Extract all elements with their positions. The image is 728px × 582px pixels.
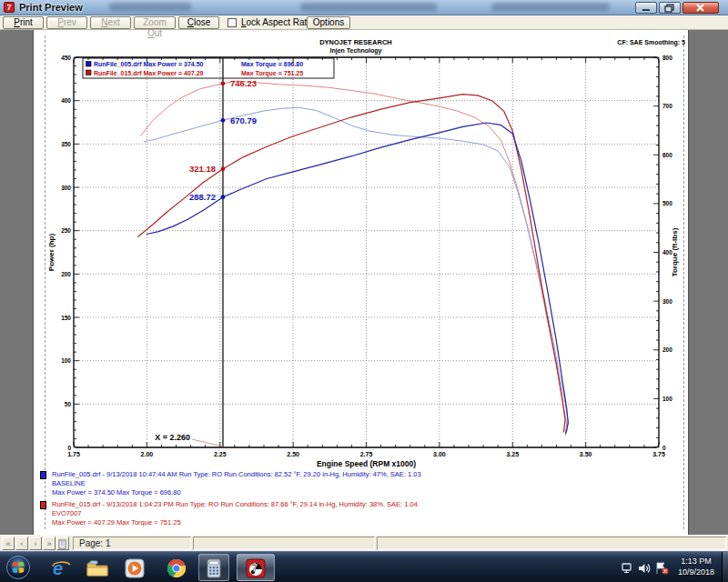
curve-torque_005 — [144, 107, 568, 432]
page-setup-button[interactable] — [56, 537, 69, 550]
dynojet-taskbar-button[interactable]: 7 — [237, 554, 275, 581]
run-info-baseline: RunFile_005.drf - 9/13/2018 10:47:44 AM … — [40, 470, 421, 497]
torque-tick-label: 600 — [662, 152, 672, 158]
power-tick-label: 50 — [65, 401, 72, 407]
preview-page: DYNOJET RESEARCHInjen TechnologyCF: SAE … — [33, 30, 689, 535]
power-axis-title: Power (hp) — [47, 234, 56, 272]
power-tick-label: 350 — [61, 141, 71, 147]
window-title-bar[interactable]: 7 Print Preview — [0, 0, 728, 15]
lock-aspect-ratio-checkbox[interactable] — [228, 18, 237, 27]
cursor-value-power_015: 321.18 — [189, 164, 216, 174]
x-tick-label: 3.25 — [506, 451, 519, 457]
next-page-nav-button[interactable]: › — [29, 537, 42, 550]
chrome-icon[interactable] — [167, 558, 187, 578]
x-axis-title: Engine Speed (RPM x1000) — [317, 459, 416, 468]
show-desktop-button[interactable] — [722, 552, 728, 582]
x-tick-label: 3.50 — [580, 451, 592, 457]
calculator-taskbar-button[interactable] — [198, 554, 229, 581]
cursor-marker-torque_005 — [221, 118, 226, 123]
torque-tick-label: 800 — [662, 55, 672, 61]
print-preview-toolbar: Print Prev Next Zoom Out Close Lock Aspe… — [0, 15, 728, 30]
svg-text:RunFile_015.drf Max Power = 40: RunFile_015.drf Max Power = 407.29 — [94, 70, 204, 76]
svg-text:RunFile_005.drf Max Power = 37: RunFile_005.drf Max Power = 374.50 — [94, 61, 204, 67]
media-player-icon[interactable] — [125, 558, 145, 578]
run-info-footer: RunFile_005.drf - 9/13/2018 10:47:44 AM … — [40, 470, 421, 530]
preview-background: DYNOJET RESEARCHInjen TechnologyCF: SAE … — [0, 30, 728, 535]
internet-explorer-icon[interactable]: e — [51, 558, 71, 578]
x-tick-label: 2.50 — [287, 451, 299, 457]
torque-tick-label: 700 — [662, 103, 672, 109]
power-tick-label: 250 — [61, 227, 71, 234]
x-tick-label: 2.25 — [214, 451, 227, 457]
power-tick-label: 100 — [61, 357, 71, 364]
x-tick-label: 2.75 — [360, 451, 373, 457]
restore-button[interactable] — [659, 2, 681, 14]
power-tick-label: 150 — [61, 315, 71, 321]
minimize-button[interactable] — [635, 2, 657, 14]
torque-tick-label: 100 — [662, 396, 672, 402]
first-page-button[interactable]: « — [2, 537, 15, 550]
options-button[interactable]: Options — [307, 16, 350, 29]
page-number-panel: Page: 1 — [73, 537, 191, 550]
titlebar-smudge — [491, 3, 610, 11]
run-info-line: RunFile_005.drf - 9/13/2018 10:47:44 AM … — [52, 470, 421, 479]
cursor-value-torque_005: 670.79 — [230, 115, 257, 125]
clock-time: 1:13 PM — [672, 556, 721, 567]
titlebar-smudge — [109, 3, 191, 11]
prev-page-nav-button[interactable]: ‹ — [15, 537, 28, 550]
power-tick-label: 0 — [67, 445, 71, 451]
chart-title: DYNOJET RESEARCH — [319, 38, 392, 46]
network-icon — [622, 564, 631, 573]
x-tick-label: 3.00 — [433, 451, 446, 457]
print-button[interactable]: Print — [3, 16, 44, 29]
status-panel — [193, 537, 375, 550]
chart-correction-note: CF: SAE Smoothing: 5 — [617, 39, 685, 46]
torque-axis-title: Torque (ft-lbs) — [671, 227, 679, 276]
curve-torque_015 — [141, 81, 567, 436]
cursor-label-pointer — [192, 439, 223, 447]
svg-text:Max Torque = 696.80: Max Torque = 696.80 — [241, 61, 303, 68]
calculator-icon — [204, 558, 224, 578]
dyno-chart: DYNOJET RESEARCHInjen TechnologyCF: SAE … — [34, 30, 690, 535]
action-center-flag-icon — [657, 563, 669, 575]
plot-border — [74, 57, 659, 447]
start-button[interactable] — [6, 556, 30, 579]
run-info-line: Max Power = 374.50 Max Torque = 696.80 — [52, 488, 421, 497]
app-icon: 7 — [4, 2, 15, 13]
x-tick-label: 3.75 — [652, 451, 665, 457]
run-color-swatch-red — [40, 501, 46, 509]
run-info-line: EVO7007 — [52, 509, 421, 518]
torque-tick-label: 500 — [662, 200, 672, 206]
lock-aspect-ratio-label[interactable]: Lock Aspect Ratio — [241, 17, 314, 27]
last-page-button[interactable]: » — [43, 537, 56, 550]
system-tray — [621, 561, 672, 576]
titlebar-smudge — [300, 3, 437, 11]
next-page-button[interactable]: Next — [90, 16, 131, 29]
zoom-out-button[interactable]: Zoom Out — [134, 16, 176, 29]
svg-text:Max Torque = 751.25: Max Torque = 751.25 — [241, 70, 303, 77]
svg-text:e: e — [53, 558, 63, 578]
prev-page-button[interactable]: Prev — [46, 16, 87, 29]
taskbar: e — [0, 551, 728, 582]
torque-tick-label: 200 — [662, 346, 672, 353]
cursor-marker-power_015 — [221, 166, 226, 171]
explorer-folder-icon[interactable] — [86, 558, 109, 578]
status-panel — [377, 537, 726, 550]
x-tick-label: 1.75 — [67, 451, 80, 457]
power-tick-label: 300 — [61, 185, 71, 191]
run-info-line: BASELINE — [52, 479, 421, 488]
cursor-marker-torque_015 — [221, 81, 226, 85]
run-color-swatch-blue — [40, 471, 46, 479]
close-button[interactable] — [682, 2, 719, 14]
dynojet-icon: 7 — [246, 558, 266, 578]
run-info-line: RunFile_015.drf - 9/13/2018 1:04:23 PM R… — [52, 500, 421, 509]
volume-icon — [639, 564, 650, 573]
taskbar-clock[interactable]: 1:13 PM 10/9/2018 — [672, 556, 721, 577]
curve-power_015 — [138, 95, 565, 432]
close-preview-button[interactable]: Close — [178, 16, 219, 29]
cursor-x-label: X = 2.260 — [155, 433, 190, 442]
window-title: Print Preview — [19, 2, 83, 13]
torque-tick-label: 0 — [662, 445, 666, 451]
clock-date: 10/9/2018 — [672, 567, 721, 577]
power-tick-label: 200 — [61, 271, 71, 277]
